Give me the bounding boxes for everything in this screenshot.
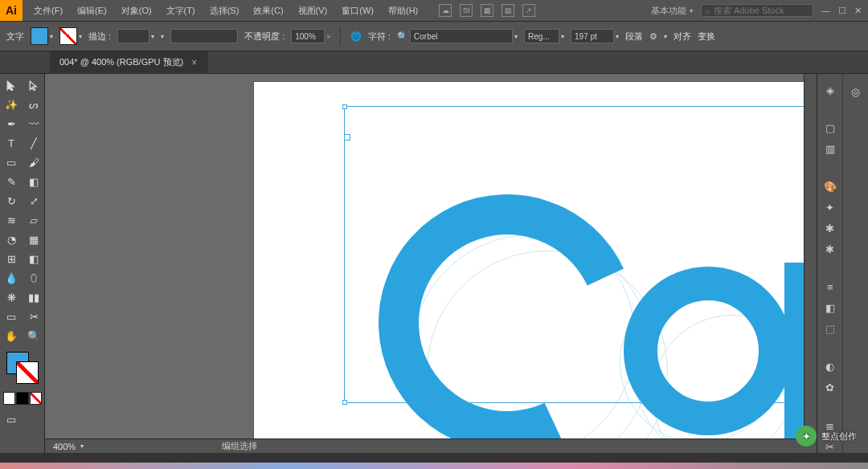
tool-mode-label: 文字 — [6, 31, 24, 43]
menu-type[interactable]: 文字(T) — [160, 2, 202, 20]
lasso-tool[interactable]: ᔕ — [23, 95, 45, 114]
zoom-tool[interactable]: 🔍 — [23, 326, 45, 345]
gradient-panel-icon[interactable]: ◧ — [822, 302, 838, 315]
free-transform-tool[interactable]: ▱ — [23, 210, 45, 230]
cloud-docs-icon[interactable]: ☁ — [439, 4, 452, 17]
menu-view[interactable]: 视图(V) — [292, 2, 334, 20]
tool-panel: ✨ ᔕ ✒ 〰 T ╱ ▭ 🖌 ✎ ◧ ↻ ⤢ ≋ ▱ ◔ ▦ ⊞ ◧ 💧 ⬯ … — [0, 74, 45, 453]
line-tool[interactable]: ╱ — [23, 133, 45, 153]
column-graph-tool[interactable]: ▮▮ — [23, 288, 45, 307]
menu-effect[interactable]: 效果(C) — [247, 2, 289, 20]
font-family[interactable]: 🔍▾ — [397, 29, 518, 43]
perspective-tool[interactable]: ▦ — [23, 230, 45, 249]
font-family-input[interactable] — [410, 29, 513, 43]
stock-search[interactable]: ⌕ 搜索 Adobe Stock — [701, 4, 813, 17]
font-size[interactable]: ▾ — [571, 29, 619, 43]
right-panel-dock: ◈ ▢ ▥ 🎨 ✦ ✱ ✱ ≡ ◧ ⬚ ◐ ✿ ≣ ✂ ◎ — [817, 74, 868, 453]
graphic-styles-panel-icon[interactable]: ✿ — [822, 381, 838, 394]
chevron-down-icon: ▾ — [50, 33, 53, 40]
color-mode-icon[interactable] — [3, 392, 15, 405]
stroke-swatch[interactable]: ▾ — [59, 27, 82, 45]
slice-tool[interactable]: ✂ — [23, 307, 45, 326]
wechat-icon: ✦ — [796, 426, 817, 447]
transparency-panel-icon[interactable]: ⬚ — [822, 323, 838, 336]
menu-edit[interactable]: 编辑(E) — [71, 2, 113, 20]
window-maximize[interactable]: ☐ — [838, 6, 846, 16]
asset-export-panel-icon[interactable]: ▥ — [822, 142, 838, 155]
stroke-box-icon[interactable] — [16, 361, 39, 384]
opacity-field[interactable]: > — [291, 29, 330, 43]
fill-swatch[interactable]: ▾ — [31, 27, 53, 45]
gradient-tool[interactable]: ◧ — [23, 249, 45, 268]
layers-panel-icon[interactable]: ◈ — [822, 84, 838, 96]
menu-right: 基本功能 ▾ ⌕ 搜索 Adobe Stock — ☐ ✕ — [651, 4, 868, 17]
rectangle-tool[interactable]: ▭ — [0, 153, 23, 172]
scale-tool[interactable]: ⤢ — [23, 191, 45, 210]
width-tool[interactable]: ≋ — [0, 210, 23, 230]
eyedropper-tool[interactable]: 💧 — [0, 268, 23, 288]
chevron-down-icon: ▾ — [690, 7, 693, 14]
magic-wand-tool[interactable]: ✨ — [0, 95, 23, 114]
menu-select[interactable]: 选择(S) — [203, 2, 246, 20]
artboards-panel-icon[interactable]: ▢ — [822, 121, 838, 134]
menu-window[interactable]: 窗口(W) — [335, 2, 380, 20]
rotate-tool[interactable]: ↻ — [0, 191, 23, 210]
pen-tool[interactable]: ✒ — [0, 114, 23, 133]
opacity-input[interactable] — [291, 29, 325, 43]
screen-mode-tool[interactable]: ▭ — [0, 410, 23, 429]
chevron-down-icon: ▾ — [80, 442, 84, 450]
stroke-panel-icon[interactable]: ≡ — [822, 281, 838, 294]
symbols-panel-icon[interactable]: ✱ — [822, 243, 838, 255]
document-tab[interactable]: 004* @ 400% (RGB/GPU 预览) × — [50, 51, 207, 74]
symbol-sprayer-tool[interactable]: ❋ — [0, 288, 23, 307]
gradient-mode-icon[interactable] — [16, 392, 28, 405]
none-mode-icon[interactable] — [30, 392, 42, 405]
direct-selection-tool[interactable] — [23, 75, 45, 95]
window-close[interactable]: ✕ — [854, 6, 862, 16]
transform-label[interactable]: 变换 — [698, 31, 715, 43]
font-style-input[interactable] — [524, 29, 559, 43]
selection-tool[interactable] — [0, 75, 23, 95]
align-label[interactable]: 对齐 — [674, 31, 691, 43]
paragraph-label[interactable]: 段落 — [625, 31, 643, 43]
window-minimize[interactable]: — — [821, 6, 830, 15]
para-panel-icon[interactable]: ⚙ — [649, 31, 657, 42]
stock-icon[interactable]: St — [460, 4, 473, 17]
zoom-level[interactable]: 400%▾ — [45, 442, 93, 451]
menu-object[interactable]: 对象(O) — [115, 2, 158, 20]
blend-tool[interactable]: ⬯ — [23, 268, 45, 288]
canvas[interactable]: 400%▾ 编组选择 — [45, 74, 817, 453]
workspace-switcher[interactable]: 基本功能 ▾ — [651, 5, 693, 17]
mesh-tool[interactable]: ⊞ — [0, 249, 23, 268]
stroke-menu-icon[interactable]: ▾ — [161, 33, 164, 40]
appearance-panel-icon[interactable]: ◐ — [822, 361, 838, 373]
brushes-panel-icon[interactable]: ✱ — [822, 222, 838, 234]
font-size-input[interactable] — [571, 29, 614, 43]
menu-help[interactable]: 帮助(H) — [382, 2, 424, 20]
shape-builder-tool[interactable]: ◔ — [0, 230, 23, 249]
gpu-icon[interactable]: ↗ — [522, 4, 535, 17]
menu-icon-row: ☁ St ▦ ▤ ↗ — [439, 4, 535, 17]
hand-tool[interactable]: ✋ — [0, 326, 23, 345]
menu-file[interactable]: 文件(F) — [27, 2, 69, 20]
recolor-icon[interactable]: 🌐 — [350, 31, 362, 42]
doc-setup-icon[interactable]: ▤ — [502, 4, 514, 17]
color-panel-icon[interactable]: 🎨 — [822, 180, 838, 193]
fill-stroke-control[interactable] — [0, 345, 45, 392]
letter-o-shape — [624, 267, 792, 435]
font-style[interactable]: ▾ — [524, 29, 564, 43]
arrange-icon[interactable]: ▦ — [481, 4, 493, 17]
scrollbar-vertical[interactable] — [804, 74, 817, 438]
shaper-tool[interactable]: ✎ — [0, 172, 23, 191]
eraser-tool[interactable]: ◧ — [23, 172, 45, 191]
libraries-panel-icon[interactable]: ◎ — [848, 84, 864, 100]
close-tab-icon[interactable]: × — [191, 57, 197, 68]
paintbrush-tool[interactable]: 🖌 — [23, 153, 45, 172]
curvature-tool[interactable]: 〰 — [23, 114, 45, 133]
stroke-weight[interactable]: ▾ — [117, 29, 154, 43]
artboard-tool[interactable]: ▭ — [0, 307, 23, 326]
vstroke-profile[interactable] — [170, 29, 238, 43]
type-tool[interactable]: T — [0, 133, 23, 153]
stroke-weight-input[interactable] — [117, 29, 149, 43]
swatches-panel-icon[interactable]: ✦ — [822, 201, 838, 214]
